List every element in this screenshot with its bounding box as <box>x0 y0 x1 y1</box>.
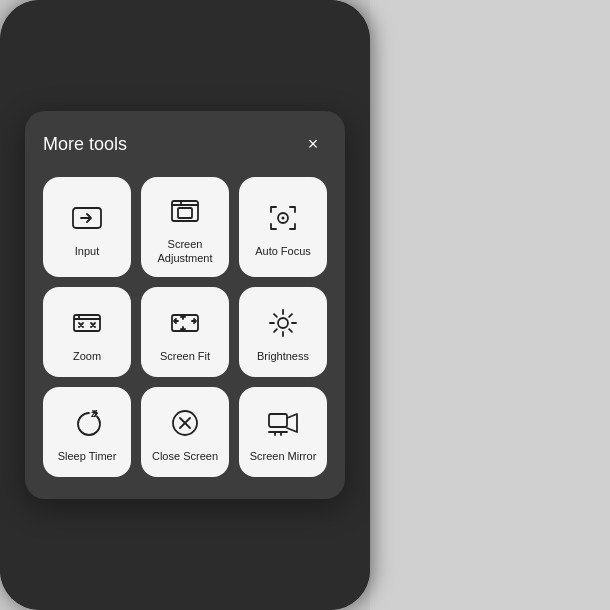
svg-rect-5 <box>74 315 100 331</box>
tool-brightness[interactable]: Brightness <box>239 287 327 377</box>
tool-screen-mirror-label: Screen Mirror <box>250 449 317 463</box>
tool-auto-focus-label: Auto Focus <box>255 244 311 258</box>
modal-header: More tools × <box>43 131 327 159</box>
svg-rect-2 <box>178 208 192 218</box>
tool-zoom-label: Zoom <box>73 349 101 363</box>
modal-title: More tools <box>43 134 127 155</box>
tool-sleep-timer-label: Sleep Timer <box>58 449 117 463</box>
tool-zoom[interactable]: Zoom <box>43 287 131 377</box>
phone-screen: More tools × Input <box>0 0 370 610</box>
screen-mirror-icon <box>265 405 301 441</box>
phone-container: More tools × Input <box>0 0 610 610</box>
svg-line-13 <box>289 329 292 332</box>
tool-close-screen-label: Close Screen <box>152 449 218 463</box>
svg-text:z: z <box>94 408 98 415</box>
svg-line-15 <box>274 329 277 332</box>
zoom-icon <box>69 305 105 341</box>
screen-fit-icon <box>167 305 203 341</box>
phone: More tools × Input <box>0 0 370 610</box>
tool-input[interactable]: Input <box>43 177 131 278</box>
svg-line-14 <box>289 314 292 317</box>
tools-grid: Input ScreenAdjustment <box>43 177 327 478</box>
close-modal-button[interactable]: × <box>299 131 327 159</box>
svg-rect-21 <box>269 414 287 427</box>
tool-input-label: Input <box>75 244 99 258</box>
tool-screen-fit[interactable]: Screen Fit <box>141 287 229 377</box>
close-screen-icon <box>167 405 203 441</box>
svg-point-4 <box>282 216 285 219</box>
svg-line-12 <box>274 314 277 317</box>
tool-screen-adjustment[interactable]: ScreenAdjustment <box>141 177 229 278</box>
svg-point-7 <box>278 318 288 328</box>
sleep-timer-icon: z z <box>69 405 105 441</box>
tool-auto-focus[interactable]: Auto Focus <box>239 177 327 278</box>
tool-sleep-timer[interactable]: z z Sleep Timer <box>43 387 131 477</box>
brightness-icon <box>265 305 301 341</box>
tool-screen-fit-label: Screen Fit <box>160 349 210 363</box>
input-icon <box>69 200 105 236</box>
screen-adjustment-icon <box>167 193 203 229</box>
tool-screen-mirror[interactable]: Screen Mirror <box>239 387 327 477</box>
tool-close-screen[interactable]: Close Screen <box>141 387 229 477</box>
auto-focus-icon <box>265 200 301 236</box>
background-right <box>370 0 610 610</box>
more-tools-modal: More tools × Input <box>25 111 345 500</box>
tool-brightness-label: Brightness <box>257 349 309 363</box>
tool-screen-adjustment-label: ScreenAdjustment <box>157 237 212 266</box>
